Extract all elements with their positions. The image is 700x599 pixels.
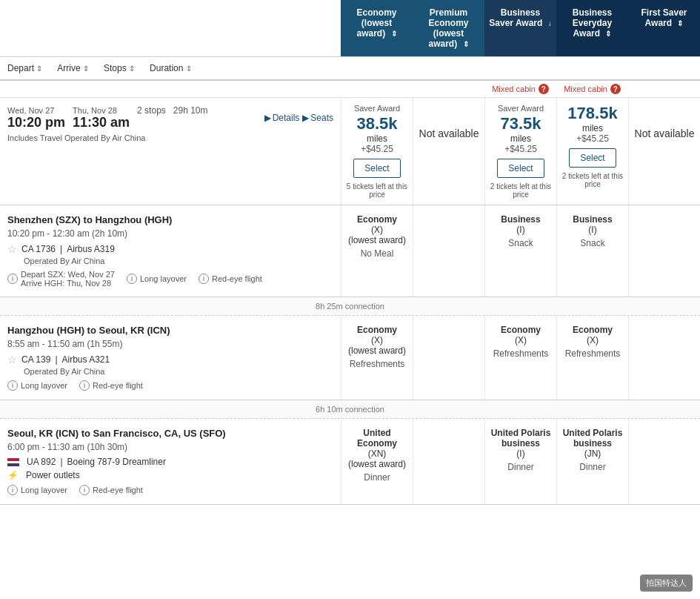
- header-left-spacer: [0, 0, 341, 56]
- select-biz-everyday-button[interactable]: Select: [569, 148, 616, 168]
- biz-saver-sort-icon: ↓: [548, 19, 552, 27]
- seg3-biz-everyday-class: United Polaris business: [561, 428, 624, 449]
- column-headers: Economy(lowestaward) ⇕ PremiumEconomy(lo…: [0, 0, 700, 57]
- fare-biz-everyday-miles-block: 178.5k miles: [561, 104, 624, 133]
- arrive-block: Thu, Nov 28 11:30 am: [73, 106, 130, 130]
- arrive-time: 11:30 am: [73, 115, 130, 130]
- economy-tickets-left: 5 tickets left at this price: [346, 182, 408, 199]
- fare-biz-saver-tax: +$45.25: [504, 144, 537, 154]
- us-flag-icon: [7, 458, 19, 466]
- seg3-fare-first-saver: [628, 419, 700, 504]
- segment-3-warning-2-text: Red-eye flight: [93, 486, 143, 494]
- seg1-fare-economy: Economy (X) (lowest award) No Meal: [341, 205, 413, 297]
- segment-2-airline: ☆ CA 139 | Airbus A321: [7, 354, 333, 365]
- segment-2-warning-2: i Red-eye flight: [79, 380, 143, 391]
- biz-saver-label: BusinessSaver Award: [489, 7, 542, 28]
- mixed-cabin-biz-saver-help[interactable]: ?: [539, 84, 549, 94]
- seg2-fare-biz-saver: Economy (X) Refreshments: [484, 316, 556, 400]
- segment-1-warnings: i Depart SZX: Wed, Nov 27Arrive HGH: Thu…: [7, 270, 333, 288]
- seg1-economy-subclass: (X): [346, 225, 408, 235]
- stops-info: 2 stops: [137, 105, 166, 116]
- segment-2: Hangzhou (HGH) to Seoul, KR (ICN) 8:55 a…: [0, 316, 700, 400]
- seg3-economy-meal: Dinner: [346, 472, 408, 483]
- seg2-economy-subclass: (X): [346, 335, 408, 345]
- seg3-economy-class: United Economy: [346, 428, 408, 449]
- segment-1-operated: Operated By Air China: [24, 257, 333, 265]
- mixed-cabin-biz-everyday-help[interactable]: ?: [610, 84, 621, 94]
- biz-everyday-tickets-left: 2 tickets left at this price: [561, 172, 624, 188]
- seg3-biz-saver-class: United Polaris business: [490, 428, 552, 449]
- fare-economy-miles: 38.5k: [356, 114, 397, 133]
- select-biz-saver-button[interactable]: Select: [497, 159, 544, 178]
- segment-1-flight-num: CA 1736: [21, 244, 56, 254]
- details-seats: ▶ Details ▶ Seats: [264, 113, 333, 123]
- segment-2-warning-2-text: Red-eye flight: [93, 381, 143, 390]
- segment-3: Seoul, KR (ICN) to San Francisco, CA, US…: [0, 419, 700, 505]
- segment-3-warning-2: i Red-eye flight: [79, 485, 143, 495]
- segment-3-fares: United Economy (XN) (lowest award) Dinne…: [341, 419, 700, 504]
- mixed-biz-everyday-cell: Mixed cabin ?: [556, 81, 628, 97]
- segment-3-info: Seoul, KR (ICN) to San Francisco, CA, US…: [0, 419, 341, 504]
- sort-arrive[interactable]: Arrive ⇕: [57, 63, 89, 73]
- seg2-biz-saver-meal: Refreshments: [490, 348, 552, 359]
- seg2-fare-premium: [413, 316, 484, 400]
- segment-2-flight-num: CA 139: [21, 354, 50, 365]
- seats-link[interactable]: ▶ Seats: [302, 113, 333, 123]
- seg3-warning-circle-2: i: [79, 485, 90, 495]
- sort-depart[interactable]: Depart ⇕: [7, 63, 42, 73]
- seg1-economy-award: (lowest award): [346, 235, 408, 245]
- warning-circle-icon: i: [7, 274, 18, 284]
- segment-1-warning-3-text: Red-eye flight: [212, 274, 262, 283]
- first-saver-sort-icon: ⇕: [677, 19, 683, 27]
- col-economy-header[interactable]: Economy(lowestaward) ⇕: [341, 0, 413, 56]
- segment-2-warning-1-text: Long layover: [21, 381, 67, 390]
- col-first-saver-header[interactable]: First Saver Award ⇕: [628, 0, 700, 56]
- sort-right-spacer: [341, 57, 700, 79]
- seg1-fare-first-saver: [628, 205, 700, 297]
- mixed-cabin-row: Mixed cabin ? Mixed cabin ?: [0, 81, 700, 98]
- seg3-biz-everyday-subclass: (JN): [561, 449, 624, 459]
- col-premium-header[interactable]: PremiumEconomy(lowestaward) ⇕: [413, 0, 484, 56]
- segment-1-aircraft: Airbus A319: [67, 244, 115, 254]
- fare-premium-na: Not available: [419, 104, 479, 163]
- segment-3-row: Seoul, KR (ICN) to San Francisco, CA, US…: [0, 419, 700, 504]
- segment-1-warning-2: i Long layover: [127, 270, 187, 288]
- segment-3-warning-1-text: Long layover: [21, 486, 67, 494]
- fare-biz-saver-miles: 73.5k: [500, 114, 541, 133]
- col-biz-everyday-header[interactable]: Business Everyday Award ⇕: [556, 0, 628, 56]
- segment-2-operated: Operated By Air China: [24, 367, 333, 376]
- details-link[interactable]: ▶ Details: [264, 113, 300, 123]
- seg2-fare-economy: Economy (X) (lowest award) Refreshments: [341, 316, 413, 400]
- segment-1-warning-1: i Depart SZX: Wed, Nov 27Arrive HGH: Thu…: [7, 270, 115, 288]
- fare-biz-everyday: 178.5k miles +$45.25 Select 2 tickets le…: [556, 98, 628, 205]
- fare-biz-saver-miles-block: 73.5k miles: [490, 114, 552, 144]
- seg1-fare-premium: [413, 205, 484, 297]
- seg2-economy-meal: Refreshments: [346, 359, 408, 369]
- power-outlet-icon: ⚡: [7, 470, 19, 480]
- segment-3-sep: |: [60, 457, 62, 467]
- seg1-fare-biz-everyday: Business (I) Snack: [556, 205, 628, 297]
- seg3-fare-biz-everyday: United Polaris business (JN) Dinner: [556, 419, 628, 504]
- biz-saver-tickets-left: 2 tickets left at this price: [490, 182, 552, 199]
- fare-economy-tax: +$45.25: [361, 144, 393, 154]
- fare-economy: Saver Award 38.5k miles +$45.25 Select 5…: [341, 98, 413, 205]
- economy-sort-icon: ⇕: [391, 30, 397, 38]
- segment-1: Shenzhen (SZX) to Hangzhou (HGH) 10:20 p…: [0, 205, 700, 297]
- seg1-biz-saver-class: Business: [490, 214, 552, 225]
- mixed-cabin-biz-saver-text: Mixed cabin: [492, 85, 536, 93]
- select-economy-button[interactable]: Select: [353, 159, 400, 178]
- segment-2-aircraft: Airbus A321: [62, 354, 110, 365]
- sort-duration[interactable]: Duration ⇕: [150, 63, 192, 73]
- sort-stops[interactable]: Stops ⇕: [104, 63, 135, 73]
- segment-2-info: Hangzhou (HGH) to Seoul, KR (ICN) 8:55 a…: [0, 316, 341, 400]
- mixed-cabin-cells: Mixed cabin ? Mixed cabin ?: [341, 81, 700, 97]
- fare-biz-saver: Saver Award 73.5k miles +$45.25 Select 2…: [484, 98, 556, 205]
- segment-3-aircraft: Boeing 787-9 Dreamliner: [67, 457, 166, 467]
- col-biz-saver-header[interactable]: BusinessSaver Award ↓: [484, 0, 556, 56]
- fare-biz-saver-miles-unit: miles: [510, 133, 531, 144]
- fare-economy-miles-block: 38.5k miles: [346, 114, 408, 144]
- seg3-fare-premium: [413, 419, 484, 504]
- seg3-economy-award: (lowest award): [346, 459, 408, 469]
- seg1-biz-everyday-subclass: (I): [561, 225, 624, 235]
- flight-times: Wed, Nov 27 10:20 pm Thu, Nov 28 11:30 a…: [7, 105, 208, 130]
